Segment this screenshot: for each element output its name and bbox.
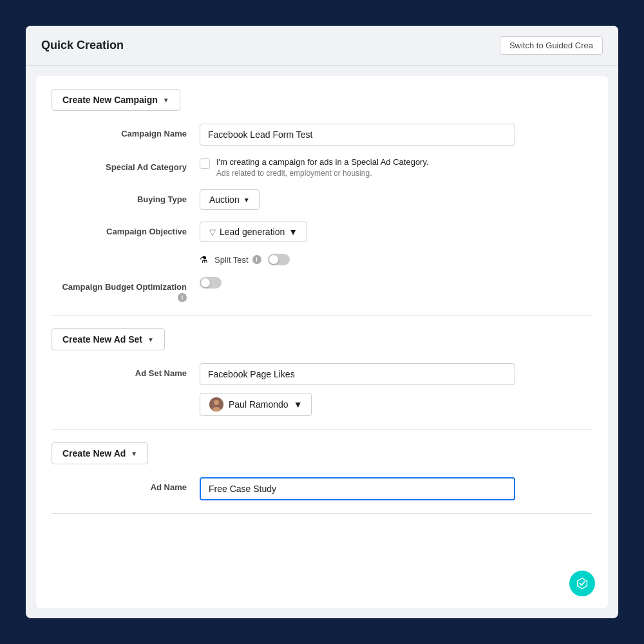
split-test-row: ⚗ Split Test i	[52, 254, 592, 265]
ad-name-label: Ad Name	[52, 477, 200, 492]
chevron-down-icon: ▼	[163, 97, 169, 104]
create-ad-button[interactable]: Create New Ad ▼	[52, 442, 148, 464]
chevron-down-icon: ▼	[131, 450, 137, 457]
header: Quick Creation Switch to Guided Crea	[26, 26, 618, 66]
campaign-name-label: Campaign Name	[52, 124, 200, 138]
split-test-toggle-row: ⚗ Split Test i	[200, 254, 592, 265]
split-test-info-icon[interactable]: i	[252, 255, 261, 264]
chevron-down-icon: ▼	[243, 196, 250, 204]
special-ad-category-label: Special Ad Category	[52, 157, 200, 172]
campaign-name-input[interactable]	[200, 124, 515, 146]
special-ad-text-area: I'm creating a campaign for ads in a Spe…	[216, 157, 429, 178]
section-divider-2	[52, 429, 592, 430]
split-test-toggle[interactable]	[268, 254, 290, 265]
create-campaign-button[interactable]: Create New Campaign ▼	[52, 89, 180, 111]
beaker-icon: ⚗	[200, 254, 208, 265]
campaign-budget-row: Campaign Budget Optimization i	[52, 277, 592, 302]
user-avatar	[209, 397, 223, 412]
ad-set-name-input[interactable]	[200, 363, 515, 385]
funnel-icon: ▽	[209, 227, 216, 237]
user-name: Paul Ramondo	[229, 399, 289, 410]
user-selector-button[interactable]: Paul Ramondo ▼	[200, 393, 312, 416]
section-divider-3	[52, 513, 592, 514]
buying-type-control: Auction ▼	[200, 189, 592, 210]
create-ad-set-button[interactable]: Create New Ad Set ▼	[52, 328, 165, 350]
main-card: Quick Creation Switch to Guided Crea Cre…	[26, 26, 618, 618]
chevron-down-icon: ▼	[147, 336, 154, 343]
split-test-label: Split Test i	[214, 255, 261, 265]
section-divider-1	[52, 315, 592, 316]
special-ad-sub-text: Ads related to credit, employment or hou…	[216, 169, 429, 178]
campaign-objective-dropdown[interactable]: ▽ Lead generation ▼	[200, 222, 307, 242]
campaign-name-row: Campaign Name	[52, 124, 592, 146]
create-ad-label: Create New Ad	[62, 448, 126, 459]
ad-set-name-label: Ad Set Name	[52, 363, 200, 378]
split-test-label-area	[52, 254, 200, 258]
special-ad-category-control: I'm creating a campaign for ads in a Spe…	[200, 157, 592, 178]
ad-name-row: Ad Name	[52, 477, 592, 500]
buying-type-value: Auction	[209, 194, 240, 205]
campaign-budget-toggle-row	[200, 277, 592, 289]
buying-type-label: Buying Type	[52, 189, 200, 204]
campaign-objective-row: Campaign Objective ▽ Lead generation ▼	[52, 222, 592, 242]
switch-to-guided-button[interactable]: Switch to Guided Crea	[500, 36, 603, 55]
avatar-image	[209, 397, 223, 412]
create-campaign-label: Create New Campaign	[62, 95, 158, 105]
create-ad-set-label: Create New Ad Set	[62, 334, 142, 345]
campaign-budget-info-icon[interactable]: i	[178, 293, 187, 302]
logo-text: MONOCAL	[562, 599, 603, 607]
buying-type-row: Buying Type Auction ▼	[52, 189, 592, 210]
svg-point-1	[214, 400, 219, 405]
ad-name-input[interactable]	[200, 477, 515, 500]
logo-circle	[569, 571, 595, 596]
ad-name-control	[200, 477, 592, 500]
ad-set-name-row: Ad Set Name Paul Ramondo ▼	[52, 363, 592, 416]
buying-type-dropdown[interactable]: Auction ▼	[200, 189, 260, 210]
monocal-logo-icon	[575, 576, 589, 591]
split-test-control: ⚗ Split Test i	[200, 254, 592, 265]
special-ad-category-row: Special Ad Category I'm creating a campa…	[52, 157, 592, 178]
special-ad-checkbox[interactable]	[200, 158, 210, 169]
special-ad-main-text: I'm creating a campaign for ads in a Spe…	[216, 157, 429, 167]
ad-set-name-control: Paul Ramondo ▼	[200, 363, 592, 416]
chevron-down-icon: ▼	[289, 227, 298, 237]
campaign-objective-control: ▽ Lead generation ▼	[200, 222, 592, 242]
campaign-budget-label: Campaign Budget Optimization i	[52, 277, 200, 302]
campaign-objective-value: Lead generation	[220, 227, 285, 237]
main-content: Create New Campaign ▼ Campaign Name Spec…	[36, 76, 608, 608]
campaign-budget-control	[200, 277, 592, 289]
special-ad-checkbox-row: I'm creating a campaign for ads in a Spe…	[200, 157, 592, 178]
footer-logo: MONOCAL	[562, 571, 603, 607]
chevron-down-icon: ▼	[294, 399, 303, 410]
page-title: Quick Creation	[41, 39, 124, 52]
campaign-objective-label: Campaign Objective	[52, 222, 200, 236]
campaign-budget-toggle[interactable]	[200, 277, 222, 289]
campaign-name-control	[200, 124, 592, 146]
